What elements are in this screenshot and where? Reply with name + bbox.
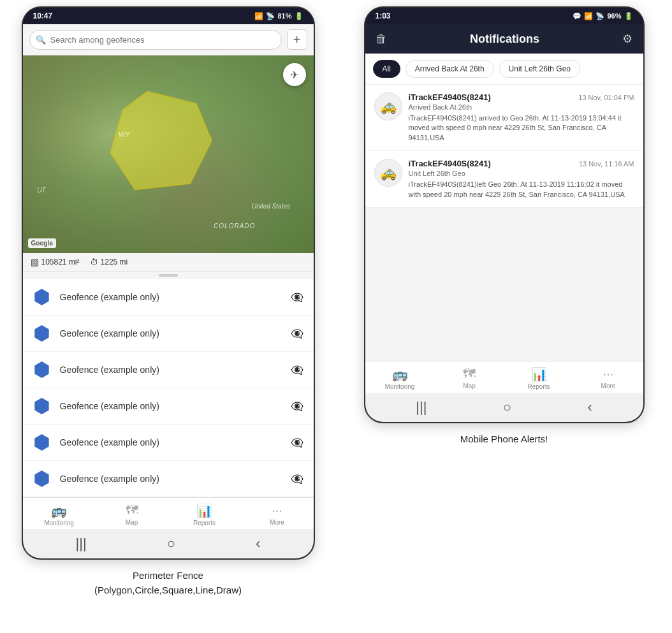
home-bar-left: ||| ○ ‹ <box>23 529 314 558</box>
nav-reports[interactable]: 📊 Reports <box>186 503 224 527</box>
signal-icon: 📡 <box>266 12 275 20</box>
search-input[interactable] <box>29 30 282 50</box>
notifications-title: Notifications <box>470 33 539 46</box>
distance-value: 1225 mi <box>101 258 128 266</box>
map-label-us: United States <box>252 203 290 210</box>
geofence-icon-4 <box>33 397 51 415</box>
notif-subtitle-2: Unit Left 26th Geo <box>409 170 634 177</box>
list-item[interactable]: Geofence (example only) 👁‍🗨 <box>23 279 314 316</box>
reports-icon: 📊 <box>196 503 212 518</box>
bottom-nav-left: 🚌 Monitoring 🗺 Map 📊 Reports ··· More <box>23 497 314 529</box>
settings-icon[interactable]: ⚙ <box>622 32 632 46</box>
visibility-icon-5[interactable]: 👁‍🗨 <box>291 437 303 449</box>
car-avatar-1: 🚕 <box>374 92 402 120</box>
reports-icon-r: 📊 <box>531 367 547 382</box>
right-time: 1:03 <box>376 11 391 20</box>
geofence-name-5: Geofence (example only) <box>60 437 282 447</box>
geofence-name-6: Geofence (example only) <box>60 474 282 484</box>
nav-reports-label-r: Reports <box>527 383 550 390</box>
wifi-icon: 📶 <box>254 12 263 20</box>
visibility-icon-2[interactable]: 👁‍🗨 <box>291 328 303 340</box>
left-time: 10:47 <box>33 11 53 20</box>
back-button[interactable]: ‹ <box>256 535 260 552</box>
geofence-name-3: Geofence (example only) <box>60 365 282 375</box>
notification-item-2[interactable]: 🚕 iTrackEF4940S(8241) 13 Nov, 11:16 AM U… <box>365 151 643 208</box>
list-item[interactable]: Geofence (example only) 👁‍🗨 <box>23 461 314 497</box>
nav-monitoring-label-r: Monitoring <box>385 383 415 390</box>
compass-button[interactable]: ✈ <box>283 63 306 86</box>
left-phone: 10:47 📶 📡 81% 🔋 🔍 + <box>22 6 315 560</box>
nav-map[interactable]: 🗺 Map <box>113 503 151 527</box>
notif-content-2: iTrackEF4940S(8241) 13 Nov, 11:16 AM Uni… <box>409 159 634 200</box>
car-emoji-2: 🚕 <box>379 164 397 181</box>
nav-monitoring-label: Monitoring <box>44 520 74 527</box>
nav-map-label-r: Map <box>463 382 475 389</box>
notif-top-2: 🚕 iTrackEF4940S(8241) 13 Nov, 11:16 AM U… <box>374 159 634 200</box>
recent-apps-button-r[interactable]: ||| <box>416 399 427 416</box>
geofence-icon-6 <box>33 470 51 488</box>
list-item[interactable]: Geofence (example only) 👁‍🗨 <box>23 352 314 388</box>
nav-reports-r[interactable]: 📊 Reports <box>520 367 558 390</box>
notif-row1-2: iTrackEF4940S(8241) 13 Nov, 11:16 AM <box>409 159 634 168</box>
nav-monitoring[interactable]: 🚌 Monitoring <box>40 503 78 527</box>
tab-arrived[interactable]: Arrived Back At 26th <box>405 60 494 78</box>
nav-map-r[interactable]: 🗺 Map <box>450 367 488 390</box>
geofence-icon-5 <box>33 433 51 451</box>
nav-more[interactable]: ··· More <box>258 503 296 527</box>
list-item[interactable]: Geofence (example only) 👁‍🗨 <box>23 425 314 461</box>
right-status-bar: 1:03 💬 📶 📡 96% 🔋 <box>365 8 643 24</box>
nav-more-r[interactable]: ··· More <box>589 367 627 390</box>
notifications-list: 🚕 iTrackEF4940S(8241) 13 Nov, 01:04 PM A… <box>365 85 643 361</box>
area-icon: ▨ <box>31 257 39 267</box>
add-geofence-button[interactable]: + <box>287 29 307 50</box>
left-status-bar: 10:47 📶 📡 81% 🔋 <box>23 8 314 24</box>
search-bar-container: 🔍 + <box>23 24 314 55</box>
left-caption-text: Perimeter Fence(Polygon,Circle,Square,Li… <box>94 570 242 595</box>
back-button-r[interactable]: ‹ <box>587 399 592 416</box>
recent-apps-button[interactable]: ||| <box>76 535 87 552</box>
nav-monitoring-r[interactable]: 🚌 Monitoring <box>381 367 419 390</box>
right-caption: Mobile Phone Alerts! <box>460 432 548 447</box>
monitoring-icon-r: 🚌 <box>392 367 408 382</box>
left-phone-wrapper: 10:47 📶 📡 81% 🔋 🔍 + <box>13 6 323 597</box>
tab-all[interactable]: All <box>373 60 400 78</box>
left-status-icons: 📶 📡 81% 🔋 <box>254 12 303 20</box>
notif-content-1: iTrackEF4940S(8241) 13 Nov, 01:04 PM Arr… <box>409 92 634 143</box>
wifi-icon-r: 📶 <box>584 12 593 20</box>
map-area[interactable]: WY United States COLORADO UT Google ✈ <box>23 55 314 253</box>
more-icon: ··· <box>272 503 282 518</box>
battery-text-r: 96% <box>607 12 621 20</box>
geofence-icon-1 <box>33 288 51 306</box>
right-phone: 1:03 💬 📶 📡 96% 🔋 🗑 Notifications ⚙ All A… <box>364 6 645 423</box>
notification-item-1[interactable]: 🚕 iTrackEF4940S(8241) 13 Nov, 01:04 PM A… <box>365 85 643 151</box>
scroll-dot <box>159 274 178 277</box>
delete-icon[interactable]: 🗑 <box>376 33 387 46</box>
home-bar-right: ||| ○ ‹ <box>365 393 643 422</box>
list-item[interactable]: Geofence (example only) 👁‍🗨 <box>23 316 314 352</box>
geofence-icon-2 <box>33 324 51 342</box>
nav-more-label-r: More <box>601 382 616 389</box>
notifications-header: 🗑 Notifications ⚙ <box>365 24 643 54</box>
visibility-icon-6[interactable]: 👁‍🗨 <box>291 473 303 485</box>
visibility-icon-1[interactable]: 👁‍🗨 <box>291 291 303 303</box>
notif-time-2: 13 Nov, 11:16 AM <box>579 160 634 168</box>
home-button-r[interactable]: ○ <box>503 399 511 416</box>
monitoring-icon: 🚌 <box>51 503 67 518</box>
search-icon: 🔍 <box>36 35 46 45</box>
battery-text: 81% <box>277 12 291 20</box>
tab-unit-left[interactable]: Unit Left 26th Geo <box>499 60 580 78</box>
notif-top-1: 🚕 iTrackEF4940S(8241) 13 Nov, 01:04 PM A… <box>374 92 634 143</box>
device-name-1: iTrackEF4940S(8241) <box>409 92 491 102</box>
map-icon-r: 🗺 <box>463 367 476 381</box>
filter-tabs: All Arrived Back At 26th Unit Left 26th … <box>365 54 643 85</box>
distance-icon: ⏱ <box>90 258 98 267</box>
visibility-icon-4[interactable]: 👁‍🗨 <box>291 400 303 412</box>
home-button[interactable]: ○ <box>167 535 175 552</box>
notif-body-2: iTrackEF4940S(8241)left Geo 26th. At 11-… <box>409 180 634 200</box>
car-emoji-1: 🚕 <box>379 98 397 115</box>
visibility-icon-3[interactable]: 👁‍🗨 <box>291 364 303 376</box>
list-item[interactable]: Geofence (example only) 👁‍🗨 <box>23 388 314 425</box>
svg-marker-0 <box>110 91 212 189</box>
scroll-indicator <box>23 272 314 279</box>
nav-more-label: More <box>270 519 284 526</box>
